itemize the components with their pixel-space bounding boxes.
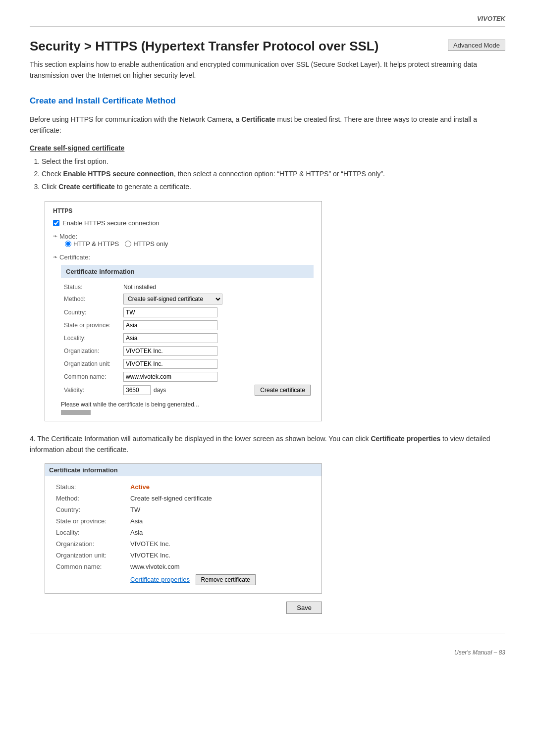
cert2-state: State or province: Asia bbox=[53, 515, 314, 527]
field-locality: Locality: bbox=[61, 332, 314, 345]
remove-certificate-button[interactable]: Remove certificate bbox=[196, 574, 256, 585]
status-active: Active bbox=[130, 483, 150, 491]
cert-table2: Status: Active Method: Create self-signe… bbox=[53, 481, 314, 587]
subsection-title: Create self-signed certificate bbox=[30, 144, 505, 152]
cert-info-box2-title: Certificate information bbox=[45, 464, 321, 476]
cert-info-title: Certificate information bbox=[66, 268, 309, 275]
common-name-input[interactable] bbox=[123, 372, 217, 382]
https-box: HTTPS Enable HTTPS secure connection ❧ M… bbox=[45, 201, 322, 421]
progress-bar bbox=[61, 410, 91, 415]
org-unit-input[interactable] bbox=[123, 359, 217, 369]
field-validity: Validity: days Create certificate bbox=[61, 383, 314, 397]
cert2-actions: Certificate properties Remove certificat… bbox=[53, 572, 314, 587]
method-select[interactable]: Create self-signed certificate bbox=[123, 294, 222, 304]
certificate-properties-button[interactable]: Certificate properties bbox=[130, 576, 190, 583]
cert2-locality: Locality: Asia bbox=[53, 527, 314, 538]
cert2-org: Organization: VIVOTEK Inc. bbox=[53, 538, 314, 550]
step-2: Check Enable HTTPS secure connection, th… bbox=[42, 168, 505, 180]
http-https-option[interactable]: HTTP & HTTPS bbox=[65, 240, 119, 248]
enable-https-row: Enable HTTPS secure connection bbox=[53, 219, 314, 227]
footer-text: User's Manual – 83 bbox=[454, 649, 505, 656]
section-title: Create and Install Certificate Method bbox=[30, 96, 505, 106]
section-desc: Before using HTTPS for communication wit… bbox=[30, 114, 505, 136]
step-1: Select the first option. bbox=[42, 156, 505, 168]
cert2-status: Status: Active bbox=[53, 481, 314, 493]
mode-label: ❧ Mode: bbox=[53, 233, 314, 240]
generating-text: Please wait while the certificate is bei… bbox=[61, 401, 314, 415]
step4-text: 4. The Certificate Information will auto… bbox=[30, 433, 505, 455]
https-only-option[interactable]: HTTPS only bbox=[125, 240, 168, 248]
cert-info-box2: Certificate information Status: Active M… bbox=[45, 463, 322, 594]
field-state: State or province: bbox=[61, 319, 314, 332]
save-button[interactable]: Save bbox=[286, 602, 322, 614]
step-3: Click Create certificate to generate a c… bbox=[42, 181, 505, 193]
field-method: Method: Create self-signed certificate bbox=[61, 292, 314, 306]
field-common-name: Common name: bbox=[61, 370, 314, 383]
advanced-mode-button[interactable]: Advanced Mode bbox=[448, 40, 505, 51]
field-country: Country: bbox=[61, 306, 314, 319]
footer: User's Manual – 83 bbox=[454, 649, 505, 656]
locality-input[interactable] bbox=[123, 333, 217, 343]
create-certificate-button[interactable]: Create certificate bbox=[255, 385, 311, 396]
cert2-common-name: Common name: www.vivotek.com bbox=[53, 561, 314, 572]
state-input[interactable] bbox=[123, 320, 217, 330]
field-status: Status: Not installed bbox=[61, 282, 314, 292]
enable-https-label: Enable HTTPS secure connection bbox=[62, 219, 160, 227]
cert-label: ❧ Certificate: bbox=[53, 253, 314, 261]
steps-list: Select the first option. Check Enable HT… bbox=[42, 156, 505, 193]
https-box-title: HTTPS bbox=[53, 207, 314, 214]
cert-info-box: Certificate information bbox=[61, 265, 314, 278]
field-org: Organization: bbox=[61, 345, 314, 357]
cert2-method: Method: Create self-signed certificate bbox=[53, 493, 314, 504]
brand-name: VIVOTEK bbox=[477, 15, 505, 22]
page-title: Security > HTTPS (Hypertext Transfer Pro… bbox=[30, 39, 505, 54]
mode-options: HTTP & HTTPS HTTPS only bbox=[65, 240, 314, 248]
bottom-divider bbox=[30, 634, 505, 634]
brand-header: VIVOTEK bbox=[30, 15, 505, 27]
cert2-country: Country: TW bbox=[53, 504, 314, 515]
country-input[interactable] bbox=[123, 307, 217, 317]
cert-fields-table: Status: Not installed Method: Create sel… bbox=[61, 282, 314, 397]
validity-input[interactable] bbox=[123, 385, 151, 395]
enable-https-checkbox[interactable] bbox=[53, 220, 59, 226]
org-input[interactable] bbox=[123, 346, 217, 356]
field-org-unit: Organization unit: bbox=[61, 357, 314, 370]
bottom-actions: Save bbox=[45, 602, 322, 614]
intro-text: This section explains how to enable auth… bbox=[30, 59, 505, 81]
cert2-org-unit: Organization unit: VIVOTEK Inc. bbox=[53, 550, 314, 561]
